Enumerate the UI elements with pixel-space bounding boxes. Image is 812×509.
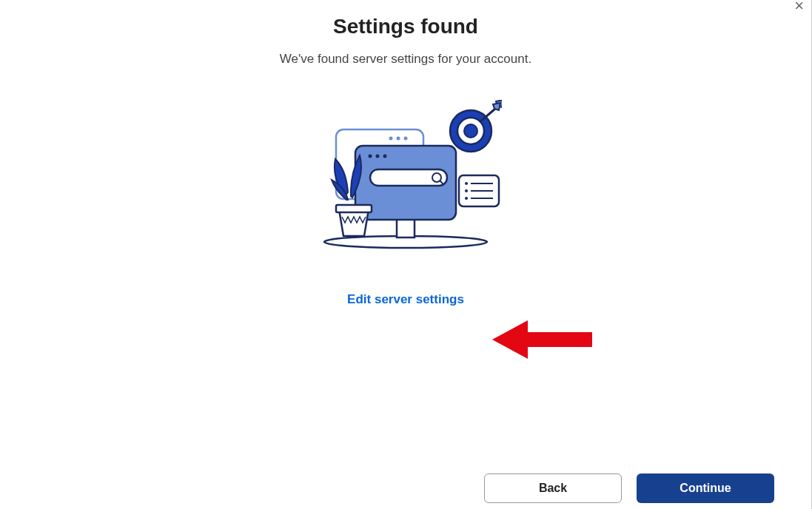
annotation-arrow-icon — [492, 320, 592, 362]
svg-rect-24 — [336, 205, 372, 212]
svg-rect-10 — [370, 169, 447, 186]
svg-point-16 — [465, 189, 468, 192]
svg-point-3 — [389, 137, 393, 141]
svg-point-14 — [465, 182, 468, 185]
edit-server-settings-link[interactable]: Edit server settings — [347, 292, 464, 307]
svg-point-7 — [369, 155, 372, 158]
svg-point-18 — [465, 197, 468, 200]
svg-point-4 — [397, 137, 400, 141]
svg-point-22 — [464, 124, 477, 138]
svg-point-9 — [383, 155, 387, 158]
dialog-title: Settings found — [333, 15, 478, 38]
back-button[interactable]: Back — [484, 473, 622, 503]
close-button[interactable]: × — [794, 0, 804, 14]
dialog-button-bar: Back Continue — [484, 473, 774, 503]
continue-button[interactable]: Continue — [637, 473, 774, 503]
dialog-subtitle: We've found server settings for your acc… — [280, 52, 531, 67]
dialog-content: Settings found We've found server settin… — [0, 0, 811, 307]
svg-point-8 — [376, 155, 380, 158]
svg-point-5 — [404, 137, 408, 141]
settings-found-illustration — [309, 100, 502, 252]
